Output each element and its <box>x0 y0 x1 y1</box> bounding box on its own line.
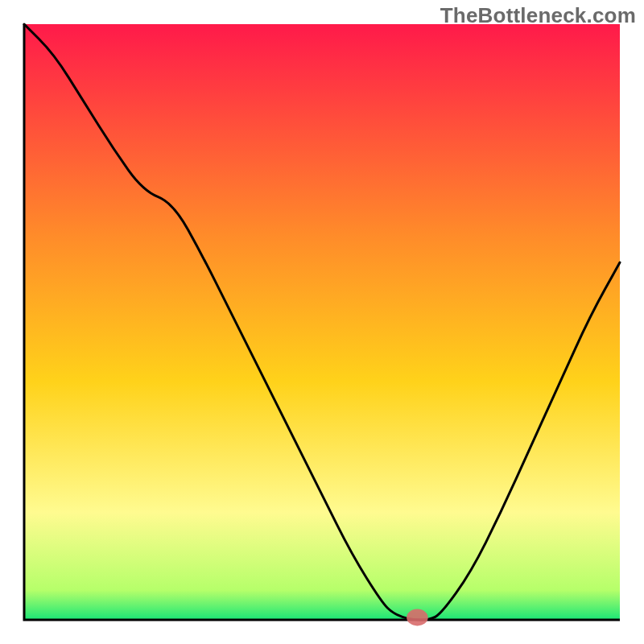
chart-container: TheBottleneck.com <box>0 0 644 644</box>
optimum-marker <box>407 609 428 626</box>
watermark-text: TheBottleneck.com <box>440 3 636 28</box>
bottleneck-chart <box>0 0 644 644</box>
plot-background <box>24 24 620 620</box>
